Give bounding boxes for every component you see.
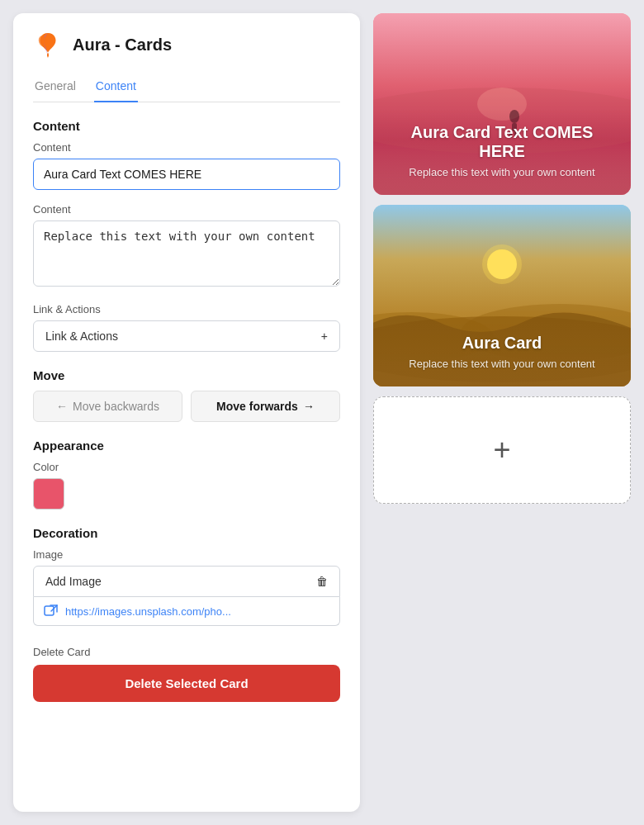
card1-title: Aura Card Text COMES HERE (390, 123, 614, 161)
link-actions-text: Link & Actions (45, 330, 118, 343)
preview-card-1[interactable]: Aura Card Text COMES HERE Replace this t… (373, 13, 631, 195)
link-actions-button[interactable]: Link & Actions + (33, 320, 340, 352)
move-buttons-group: ← Move backwards Move forwards → (33, 391, 340, 422)
tabs-container: General Content (33, 74, 340, 102)
appearance-section: Appearance Color (33, 439, 340, 510)
right-panel: Aura Card Text COMES HERE Replace this t… (360, 0, 644, 825)
app-title: Aura - Cards (73, 36, 172, 55)
image-label: Image (33, 548, 340, 561)
card2-title: Aura Card (390, 334, 614, 353)
move-backwards-label: Move backwards (73, 400, 159, 413)
color-swatch[interactable] (33, 478, 64, 510)
arrow-right-icon: → (303, 400, 315, 413)
move-section-title: Move (33, 368, 340, 382)
delete-selected-card-button[interactable]: Delete Selected Card (33, 665, 340, 702)
card-title-input[interactable] (33, 159, 340, 190)
delete-image-icon[interactable]: 🗑 (316, 575, 328, 588)
move-forwards-button[interactable]: Move forwards → (191, 391, 340, 422)
add-card-button[interactable]: + (373, 396, 631, 504)
card1-overlay: Aura Card Text COMES HERE Replace this t… (373, 110, 631, 195)
image-url-row: https://images.unsplash.com/pho... (33, 597, 340, 626)
card2-overlay: Aura Card Replace this text with your ow… (373, 320, 631, 386)
content-section-title: Content (33, 119, 340, 133)
move-forwards-label: Move forwards (216, 400, 298, 413)
left-panel: Aura - Cards General Content Content Con… (13, 13, 360, 812)
preview-card-2[interactable]: Aura Card Replace this text with your ow… (373, 205, 631, 386)
image-url-text: https://images.unsplash.com/pho... (65, 605, 231, 618)
add-image-row[interactable]: Add Image 🗑 (33, 566, 340, 597)
card2-subtitle: Replace this text with your own content (390, 358, 614, 370)
delete-button-label: Delete Selected Card (125, 676, 248, 690)
tab-content[interactable]: Content (94, 74, 138, 102)
color-label: Color (33, 461, 340, 473)
card1-subtitle: Replace this text with your own content (390, 166, 614, 178)
add-link-icon: + (321, 330, 328, 343)
appearance-section-title: Appearance (33, 439, 340, 453)
move-section: Move ← Move backwards Move forwards → (33, 368, 340, 422)
arrow-left-icon: ← (56, 400, 68, 413)
tab-general[interactable]: General (33, 74, 78, 102)
title-field-label: Content (33, 141, 340, 154)
app-header: Aura - Cards (33, 30, 340, 59)
content-section: Content Content Content Replace this tex… (33, 119, 340, 303)
external-link-icon (44, 604, 59, 619)
aura-logo-icon (33, 30, 63, 59)
card-content-textarea[interactable]: Replace this text with your own content (33, 220, 340, 287)
delete-card-label: Delete Card (33, 646, 340, 658)
svg-point-11 (482, 244, 522, 284)
link-actions-label: Link & Actions (33, 303, 340, 315)
add-image-label: Add Image (45, 575, 102, 588)
decoration-section: Decoration Image Add Image 🗑 https://ima… (33, 526, 340, 626)
move-backwards-button[interactable]: ← Move backwards (33, 391, 182, 422)
content-field-label: Content (33, 203, 340, 216)
decoration-section-title: Decoration (33, 526, 340, 540)
link-actions-section: Link & Actions Link & Actions + (33, 303, 340, 352)
add-card-icon: + (493, 433, 510, 467)
delete-card-section: Delete Card Delete Selected Card (33, 646, 340, 702)
